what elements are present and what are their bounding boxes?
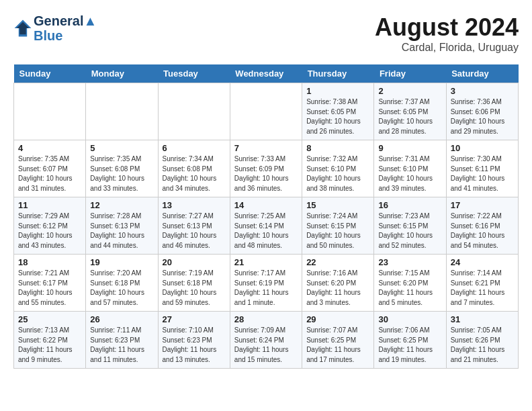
calendar-cell: 18Sunrise: 7:21 AM Sunset: 6:17 PM Dayli… — [14, 255, 86, 312]
day-number: 12 — [90, 200, 153, 210]
calendar-cell: 15Sunrise: 7:24 AM Sunset: 6:15 PM Dayli… — [302, 197, 374, 255]
day-number: 16 — [378, 200, 441, 210]
calendar-cell: 1Sunrise: 7:38 AM Sunset: 6:05 PM Daylig… — [302, 83, 374, 140]
calendar-cell: 26Sunrise: 7:11 AM Sunset: 6:23 PM Dayli… — [86, 312, 158, 369]
title-section: August 2024 Cardal, Florida, Uruguay — [375, 13, 519, 54]
day-number: 13 — [163, 200, 226, 210]
calendar-cell: 28Sunrise: 7:09 AM Sunset: 6:24 PM Dayli… — [230, 312, 302, 369]
day-info: Sunrise: 7:10 AM Sunset: 6:23 PM Dayligh… — [163, 326, 226, 365]
weekday-header-friday: Friday — [374, 64, 446, 83]
logo: General▲ Blue — [13, 13, 97, 43]
location: Cardal, Florida, Uruguay — [375, 42, 519, 54]
calendar-cell: 10Sunrise: 7:30 AM Sunset: 6:11 PM Dayli… — [446, 140, 518, 197]
weekday-header-saturday: Saturday — [446, 64, 518, 83]
calendar-cell: 6Sunrise: 7:34 AM Sunset: 6:08 PM Daylig… — [158, 140, 230, 197]
calendar-cell: 2Sunrise: 7:37 AM Sunset: 6:05 PM Daylig… — [374, 83, 446, 140]
day-info: Sunrise: 7:17 AM Sunset: 6:19 PM Dayligh… — [234, 269, 298, 308]
calendar-cell: 27Sunrise: 7:10 AM Sunset: 6:23 PM Dayli… — [158, 312, 230, 369]
day-number: 20 — [163, 257, 226, 267]
day-info: Sunrise: 7:31 AM Sunset: 6:10 PM Dayligh… — [378, 154, 441, 193]
calendar-cell — [230, 83, 302, 140]
calendar-cell: 22Sunrise: 7:16 AM Sunset: 6:20 PM Dayli… — [302, 255, 374, 312]
day-number: 17 — [451, 200, 514, 210]
calendar-cell: 17Sunrise: 7:22 AM Sunset: 6:16 PM Dayli… — [446, 197, 518, 255]
day-info: Sunrise: 7:33 AM Sunset: 6:09 PM Dayligh… — [234, 154, 298, 193]
day-number: 26 — [90, 314, 153, 324]
day-number: 9 — [378, 143, 441, 153]
day-number: 10 — [451, 143, 514, 153]
day-info: Sunrise: 7:22 AM Sunset: 6:16 PM Dayligh… — [451, 212, 514, 250]
day-info: Sunrise: 7:35 AM Sunset: 6:07 PM Dayligh… — [18, 154, 81, 193]
logo-name-line1: General▲ — [34, 13, 97, 28]
weekday-header-thursday: Thursday — [302, 64, 374, 83]
calendar-cell: 5Sunrise: 7:35 AM Sunset: 6:08 PM Daylig… — [86, 140, 158, 197]
day-info: Sunrise: 7:37 AM Sunset: 6:05 PM Dayligh… — [378, 97, 441, 136]
day-info: Sunrise: 7:19 AM Sunset: 6:18 PM Dayligh… — [163, 269, 226, 308]
month-year: August 2024 — [375, 13, 519, 42]
calendar-cell: 13Sunrise: 7:27 AM Sunset: 6:13 PM Dayli… — [158, 197, 230, 255]
calendar-cell — [86, 83, 158, 140]
calendar-table: SundayMondayTuesdayWednesdayThursdayFrid… — [13, 64, 519, 369]
day-info: Sunrise: 7:38 AM Sunset: 6:05 PM Dayligh… — [306, 97, 369, 136]
day-number: 2 — [378, 86, 441, 96]
logo-icon — [13, 19, 32, 38]
day-number: 18 — [18, 257, 81, 267]
calendar-cell: 20Sunrise: 7:19 AM Sunset: 6:18 PM Dayli… — [158, 255, 230, 312]
day-info: Sunrise: 7:34 AM Sunset: 6:08 PM Dayligh… — [163, 154, 226, 193]
day-info: Sunrise: 7:05 AM Sunset: 6:26 PM Dayligh… — [451, 326, 514, 365]
day-info: Sunrise: 7:32 AM Sunset: 6:10 PM Dayligh… — [306, 154, 369, 193]
day-number: 21 — [234, 257, 298, 267]
calendar-cell: 31Sunrise: 7:05 AM Sunset: 6:26 PM Dayli… — [446, 312, 518, 369]
logo-name-line2: Blue — [34, 28, 97, 43]
day-info: Sunrise: 7:28 AM Sunset: 6:13 PM Dayligh… — [90, 212, 153, 250]
calendar-cell: 21Sunrise: 7:17 AM Sunset: 6:19 PM Dayli… — [230, 255, 302, 312]
day-number: 25 — [18, 314, 81, 324]
day-number: 23 — [378, 257, 441, 267]
day-number: 6 — [163, 143, 226, 153]
day-number: 3 — [451, 86, 514, 96]
week-row-2: 4Sunrise: 7:35 AM Sunset: 6:07 PM Daylig… — [14, 140, 519, 197]
day-info: Sunrise: 7:07 AM Sunset: 6:25 PM Dayligh… — [306, 326, 369, 365]
day-number: 5 — [90, 143, 153, 153]
day-info: Sunrise: 7:25 AM Sunset: 6:14 PM Dayligh… — [234, 212, 298, 250]
weekday-header-sunday: Sunday — [14, 64, 86, 83]
day-info: Sunrise: 7:15 AM Sunset: 6:20 PM Dayligh… — [378, 269, 441, 308]
day-number: 31 — [451, 314, 514, 324]
day-info: Sunrise: 7:27 AM Sunset: 6:13 PM Dayligh… — [163, 212, 226, 250]
calendar-cell: 4Sunrise: 7:35 AM Sunset: 6:07 PM Daylig… — [14, 140, 86, 197]
day-info: Sunrise: 7:09 AM Sunset: 6:24 PM Dayligh… — [234, 326, 298, 365]
calendar-cell: 29Sunrise: 7:07 AM Sunset: 6:25 PM Dayli… — [302, 312, 374, 369]
calendar-cell: 12Sunrise: 7:28 AM Sunset: 6:13 PM Dayli… — [86, 197, 158, 255]
day-info: Sunrise: 7:11 AM Sunset: 6:23 PM Dayligh… — [90, 326, 153, 365]
day-info: Sunrise: 7:14 AM Sunset: 6:21 PM Dayligh… — [451, 269, 514, 308]
day-info: Sunrise: 7:35 AM Sunset: 6:08 PM Dayligh… — [90, 154, 153, 193]
calendar-cell: 16Sunrise: 7:23 AM Sunset: 6:15 PM Dayli… — [374, 197, 446, 255]
weekday-header-wednesday: Wednesday — [230, 64, 302, 83]
day-number: 30 — [378, 314, 441, 324]
calendar-cell: 7Sunrise: 7:33 AM Sunset: 6:09 PM Daylig… — [230, 140, 302, 197]
day-info: Sunrise: 7:23 AM Sunset: 6:15 PM Dayligh… — [378, 212, 441, 250]
weekday-header-tuesday: Tuesday — [158, 64, 230, 83]
day-number: 28 — [234, 314, 298, 324]
day-number: 15 — [306, 200, 369, 210]
weekday-header-monday: Monday — [86, 64, 158, 83]
calendar-cell: 11Sunrise: 7:29 AM Sunset: 6:12 PM Dayli… — [14, 197, 86, 255]
calendar-cell: 3Sunrise: 7:36 AM Sunset: 6:06 PM Daylig… — [446, 83, 518, 140]
day-number: 11 — [18, 200, 81, 210]
week-row-1: 1Sunrise: 7:38 AM Sunset: 6:05 PM Daylig… — [14, 83, 519, 140]
day-info: Sunrise: 7:16 AM Sunset: 6:20 PM Dayligh… — [306, 269, 369, 308]
calendar-cell: 14Sunrise: 7:25 AM Sunset: 6:14 PM Dayli… — [230, 197, 302, 255]
page-header: General▲ Blue August 2024 Cardal, Florid… — [13, 13, 519, 54]
calendar-cell: 8Sunrise: 7:32 AM Sunset: 6:10 PM Daylig… — [302, 140, 374, 197]
day-info: Sunrise: 7:06 AM Sunset: 6:25 PM Dayligh… — [378, 326, 441, 365]
calendar-cell: 9Sunrise: 7:31 AM Sunset: 6:10 PM Daylig… — [374, 140, 446, 197]
day-number: 24 — [451, 257, 514, 267]
day-number: 29 — [306, 314, 369, 324]
day-number: 27 — [163, 314, 226, 324]
day-number: 14 — [234, 200, 298, 210]
day-number: 19 — [90, 257, 153, 267]
calendar-cell: 24Sunrise: 7:14 AM Sunset: 6:21 PM Dayli… — [446, 255, 518, 312]
day-number: 7 — [234, 143, 298, 153]
day-number: 1 — [306, 86, 369, 96]
calendar-cell: 19Sunrise: 7:20 AM Sunset: 6:18 PM Dayli… — [86, 255, 158, 312]
